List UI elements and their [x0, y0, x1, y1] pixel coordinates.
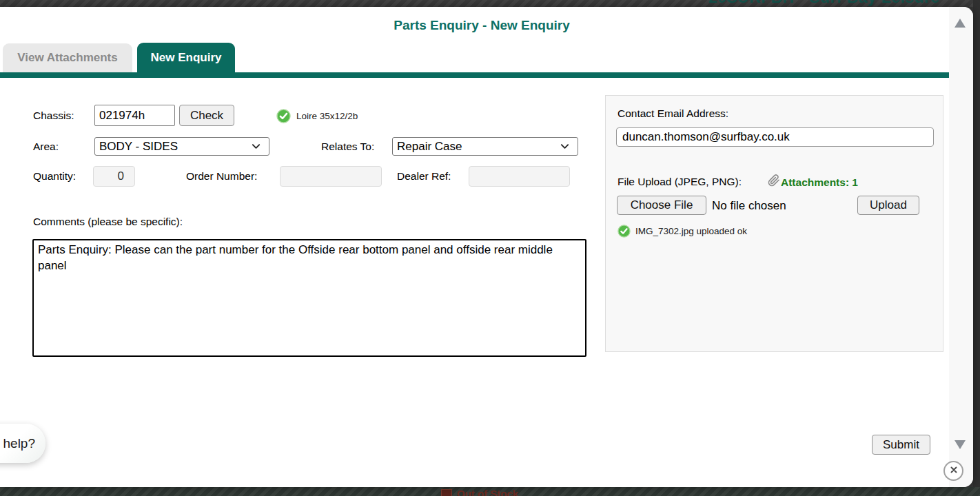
- background-top-strip: 20SURFBH - Surf Bay Leisure: [0, 0, 980, 7]
- background-right-strip: [973, 0, 980, 496]
- attachments-count-badge: Attachments: 1: [781, 176, 858, 189]
- background-header-text: 20SURFBH - Surf Bay Leisure: [708, 0, 939, 6]
- contact-email-label: Contact Email Address:: [617, 107, 728, 120]
- area-select[interactable]: BODY - SIDES: [94, 137, 269, 156]
- scroll-up-icon[interactable]: [955, 19, 966, 28]
- upload-ok-icon: [617, 225, 631, 240]
- area-label: Area:: [33, 141, 59, 153]
- help-bubble[interactable]: help?: [0, 424, 45, 463]
- close-button[interactable]: [943, 461, 963, 481]
- chassis-label: Chassis:: [33, 110, 74, 122]
- chassis-ok-icon: [276, 109, 291, 126]
- dealer-ref-input[interactable]: [469, 166, 570, 187]
- file-upload-label: File Upload (JPEG, PNG):: [617, 176, 742, 188]
- dialog-title: Parts Enquiry - New Enquiry: [0, 18, 963, 33]
- dealer-ref-label: Dealer Ref:: [397, 170, 451, 183]
- tab-view-attachments[interactable]: View Attachments: [3, 43, 132, 72]
- scroll-down-icon[interactable]: [955, 440, 966, 449]
- chassis-input[interactable]: [94, 105, 175, 126]
- contact-email-input[interactable]: [616, 127, 934, 147]
- background-stock-clip: Out of Stock: [441, 487, 620, 496]
- comments-textarea[interactable]: Parts Enquiry: Please can the part numbe…: [32, 239, 586, 357]
- background-header-clip: 20SURFBH - Surf Bay Leisure: [708, 0, 974, 6]
- quantity-input[interactable]: [93, 166, 135, 187]
- help-bubble-label: help?: [3, 436, 36, 451]
- background-stock-text: Out of Stock: [457, 488, 518, 496]
- quantity-label: Quantity:: [33, 170, 76, 183]
- chassis-result-text: Loire 35x12/2b: [296, 111, 358, 121]
- order-number-label: Order Number:: [186, 170, 257, 183]
- tab-new-enquiry[interactable]: New Enquiry: [137, 43, 235, 72]
- stock-icon: [441, 489, 452, 496]
- check-button[interactable]: Check: [179, 105, 234, 126]
- order-number-input[interactable]: [280, 166, 382, 187]
- scrollbar[interactable]: [949, 7, 973, 487]
- tab-view-attachments-label: View Attachments: [17, 51, 118, 65]
- paperclip-icon: [768, 174, 780, 189]
- relates-to-label: Relates To:: [321, 141, 374, 153]
- upload-button[interactable]: Upload: [857, 196, 919, 215]
- comments-label: Comments (please be specific):: [33, 216, 183, 228]
- tab-divider-bar: [0, 72, 949, 78]
- upload-status-text: IMG_7302.jpg uploaded ok: [635, 226, 747, 236]
- no-file-chosen-text: No file chosen: [712, 199, 786, 213]
- relates-to-select[interactable]: Repair Case: [392, 137, 578, 156]
- choose-file-button[interactable]: Choose File: [617, 196, 706, 215]
- tab-new-enquiry-label: New Enquiry: [151, 51, 222, 65]
- submit-button[interactable]: Submit: [872, 435, 930, 455]
- close-icon: [949, 465, 959, 477]
- page: 20SURFBH - Surf Bay Leisure Out of Stock…: [0, 0, 980, 496]
